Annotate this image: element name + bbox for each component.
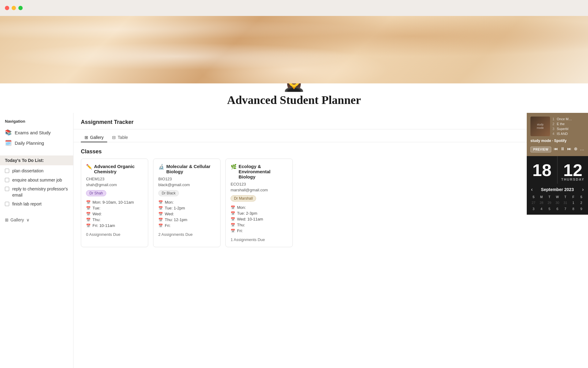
gallery-tab-label: Gallery bbox=[90, 135, 104, 140]
bio-tag: Dr Black bbox=[158, 190, 179, 196]
main-content: Assignment Tracker ⊞ Gallery ⊟ Table Cla… bbox=[74, 113, 527, 368]
chem-icon: ✏️ bbox=[86, 164, 92, 170]
sidebar-divider bbox=[0, 148, 73, 153]
cal-day-4[interactable]: 4 bbox=[538, 206, 545, 212]
bio-fri-label: Fri: bbox=[165, 223, 171, 228]
sched-icon-2: 📅 bbox=[86, 206, 91, 210]
spotify-track-1: 1 Once M… bbox=[552, 117, 584, 121]
cal-day-31[interactable]: 31 bbox=[562, 200, 569, 205]
todo-checkbox-1[interactable] bbox=[5, 169, 9, 173]
tab-gallery[interactable]: ⊞ Gallery bbox=[81, 133, 107, 142]
sidebar-item-exams[interactable]: 📚 Exams and Study bbox=[0, 127, 73, 138]
bio-thu-label: Thu: 12-1pm bbox=[165, 217, 187, 222]
todo-checkbox-2[interactable] bbox=[5, 178, 9, 182]
track-num-2: 2 bbox=[552, 122, 556, 126]
gallery-icon: ⊞ bbox=[5, 217, 9, 222]
right-panel: studymode 1 Once M… 2 E the 3 bbox=[527, 113, 588, 368]
cal-header-t2: T bbox=[562, 195, 569, 199]
chem-wed-label: Wed: bbox=[92, 212, 102, 216]
bio-sched-fri: 📅 Fri: bbox=[158, 223, 215, 228]
track-title-2: E the bbox=[557, 122, 565, 126]
cal-header-w: W bbox=[554, 195, 561, 199]
eco-code: ECO123 bbox=[231, 182, 288, 186]
clock-day-name: THURSDAY bbox=[561, 178, 584, 181]
eco-wed-label: Wed: 10-11am bbox=[237, 217, 263, 221]
sidebar-gallery[interactable]: ⊞ Gallery ∨ bbox=[0, 215, 73, 225]
bio-title-text: Molecular & Cellular Biology bbox=[166, 164, 215, 174]
todo-text-1: plan dissertation bbox=[12, 168, 43, 174]
chem-title-text: Advanced Organic Chemistry bbox=[94, 164, 143, 174]
spotify-more-icon[interactable]: … bbox=[580, 146, 584, 151]
sched-icon-5: 📅 bbox=[86, 224, 91, 228]
spotify-preview-button[interactable]: PREVIEW bbox=[530, 147, 551, 152]
bio-sched-icon-3: 📅 bbox=[158, 212, 163, 216]
eco-sched-mon: 📅 Mon: bbox=[231, 205, 288, 210]
cal-day-29[interactable]: 29 bbox=[546, 200, 553, 205]
bio-footer: 2 Assignments Due bbox=[158, 232, 215, 237]
bio-sched-thu: 📅 Thu: 12-1pm bbox=[158, 217, 215, 223]
banner bbox=[0, 16, 588, 83]
eco-sched-fri: 📅 Fri: bbox=[231, 228, 288, 234]
todo-checkbox-3[interactable] bbox=[5, 187, 9, 191]
maximize-dot[interactable] bbox=[18, 6, 23, 10]
chem-sched-mon: 📅 Mon: 9-10am, 10-11am bbox=[86, 199, 143, 205]
calendar-month: September 2023 bbox=[541, 187, 574, 192]
cal-day-3[interactable]: 3 bbox=[530, 206, 537, 212]
eco-tue-label: Tue: 2-3pm bbox=[237, 211, 257, 216]
eco-tag: Dr Marshall bbox=[231, 195, 256, 201]
calendar-header: ‹ September 2023 › bbox=[530, 187, 585, 192]
spotify-next-icon[interactable]: ⏭ bbox=[567, 146, 571, 151]
bio-icon: 🔬 bbox=[158, 164, 164, 170]
minimize-dot[interactable] bbox=[12, 6, 16, 10]
chem-email: shah@gmail.com bbox=[86, 182, 143, 187]
sidebar-item-planning[interactable]: 🗓️ Daily Planning bbox=[0, 138, 73, 148]
bio-mon-label: Mon: bbox=[165, 200, 174, 205]
todo-text-4: finish lab report bbox=[12, 201, 42, 207]
table-tab-label: Table bbox=[118, 135, 128, 140]
eco-sched-thu: 📅 Thu: bbox=[231, 222, 288, 228]
chem-tag: Dr Shah bbox=[86, 190, 106, 196]
exams-icon: 📚 bbox=[5, 129, 12, 136]
cal-day-27[interactable]: 27 bbox=[530, 200, 537, 205]
chem-fri-label: Fri: 10-11am bbox=[92, 223, 115, 228]
spotify-tracklist: 1 Once M… 2 E the 3 Superbl 4 bbox=[552, 117, 584, 136]
cal-day-5[interactable]: 5 bbox=[546, 206, 553, 212]
chem-tue-label: Tue: bbox=[92, 206, 100, 210]
cal-day-28[interactable]: 28 bbox=[538, 200, 545, 205]
clock-minute: 12 bbox=[563, 160, 582, 180]
cal-header-f: F bbox=[570, 195, 577, 199]
spotify-track-2: 2 E the bbox=[552, 121, 584, 126]
chem-thu-label: Thu: bbox=[92, 217, 100, 222]
cal-day-30[interactable]: 30 bbox=[554, 200, 561, 205]
close-dot[interactable] bbox=[5, 6, 9, 10]
tab-table[interactable]: ⊟ Table bbox=[108, 133, 131, 142]
spotify-content: studymode 1 Once M… 2 E the 3 bbox=[530, 117, 584, 136]
bio-sched-icon-5: 📅 bbox=[158, 224, 163, 228]
spotify-prev-icon[interactable]: ⏮ bbox=[554, 146, 558, 151]
card-eco: 🌿 Ecology & Environmental Biology ECO123… bbox=[225, 159, 293, 247]
eco-email: marshall@gmail.com bbox=[231, 188, 288, 192]
calendar-prev-button[interactable]: ‹ bbox=[530, 187, 534, 192]
cal-day-9[interactable]: 9 bbox=[578, 206, 585, 212]
cal-day-8[interactable]: 8 bbox=[570, 206, 577, 212]
eco-fri-label: Fri: bbox=[237, 228, 243, 233]
cal-day-2[interactable]: 2 bbox=[578, 200, 585, 205]
planning-icon: 🗓️ bbox=[5, 140, 12, 146]
spotify-add-icon[interactable]: ⊕ bbox=[574, 146, 578, 151]
spotify-widget: studymode 1 Once M… 2 E the 3 bbox=[527, 113, 588, 156]
todo-item-1: plan dissertation bbox=[0, 167, 73, 176]
gallery-label: Gallery bbox=[10, 217, 24, 222]
chem-code: CHEM123 bbox=[86, 177, 143, 181]
cal-day-1[interactable]: 1 bbox=[570, 200, 577, 205]
cal-day-7[interactable]: 7 bbox=[562, 206, 569, 212]
sched-icon-1: 📅 bbox=[86, 200, 91, 205]
spotify-play-icon[interactable]: ⏸ bbox=[560, 146, 565, 151]
chem-sched-thu: 📅 Thu: bbox=[86, 217, 143, 223]
track-num-4: 4 bbox=[552, 132, 556, 136]
calendar-next-button[interactable]: › bbox=[581, 187, 585, 192]
bio-email: black@gmail.com bbox=[158, 182, 215, 187]
cal-day-6[interactable]: 6 bbox=[554, 206, 561, 212]
cal-header-s2: S bbox=[578, 195, 585, 199]
todo-checkbox-4[interactable] bbox=[5, 202, 9, 206]
window-bar bbox=[0, 0, 588, 16]
